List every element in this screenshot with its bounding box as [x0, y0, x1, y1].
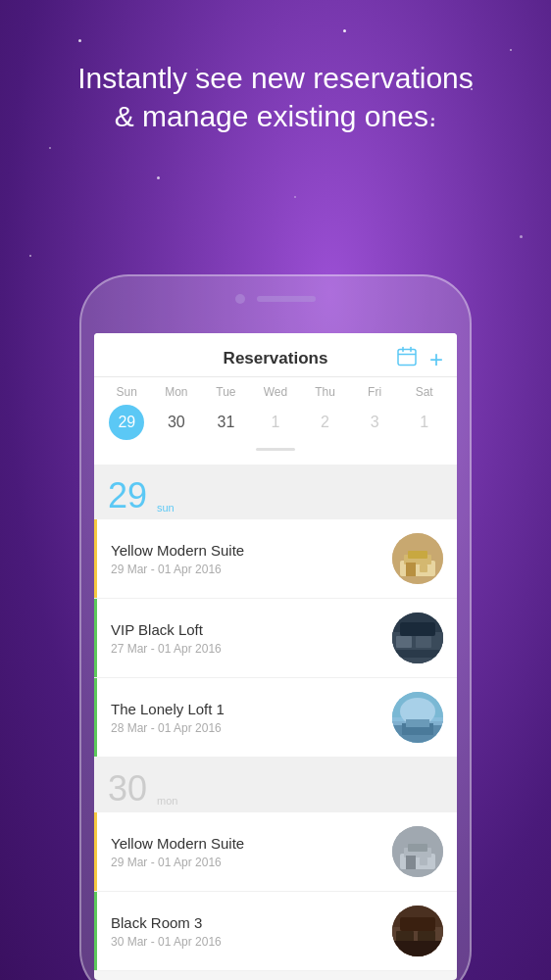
reservation-name: VIP Black Loft: [111, 621, 380, 638]
reservation-dates: 29 Mar - 01 Apr 2016: [111, 856, 380, 869]
svg-rect-8: [406, 563, 416, 576]
cal-day-thu: Thu: [306, 385, 345, 399]
calendar-strip: Sun Mon Tue Wed Thu Fri Sat 29 30 31 1 2: [94, 377, 457, 465]
phone-speaker: [257, 296, 316, 302]
date-header-29: 29 sun: [94, 465, 457, 519]
reservation-name: Black Room 3: [111, 914, 380, 931]
headline: Instantly see new reservations & manage …: [0, 59, 551, 135]
reservation-card-yellow-modern-suite-1[interactable]: Yellow Modern Suite 29 Mar - 01 Apr 2016: [94, 519, 457, 598]
reservation-info: Yellow Modern Suite 29 Mar - 01 Apr 2016: [111, 542, 380, 576]
header-icons: +: [396, 346, 443, 372]
svg-rect-9: [420, 564, 427, 572]
reservation-dates: 29 Mar - 01 Apr 2016: [111, 563, 380, 576]
date-header-30: 30 mon: [94, 758, 457, 812]
svg-rect-21: [406, 719, 429, 727]
date-label-mon: mon: [157, 795, 177, 807]
reservation-info: The Lonely Loft 1 28 Mar - 01 Apr 2016: [111, 701, 380, 735]
calendar-days-row: Sun Mon Tue Wed Thu Fri Sat: [94, 385, 457, 399]
svg-rect-26: [406, 856, 416, 869]
phone-notch: [235, 294, 316, 304]
app-header: Reservations +: [94, 333, 457, 377]
reservation-name: Yellow Modern Suite: [111, 835, 380, 852]
date-group-30: 30 mon Yellow Modern Suite 29 Mar - 01 A…: [94, 758, 457, 970]
phone-camera: [235, 294, 245, 304]
reservation-list[interactable]: 29 sun Yellow Modern Suite 29 Mar - 01 A…: [94, 465, 457, 971]
svg-rect-13: [416, 636, 431, 648]
reservation-thumbnail: [392, 533, 443, 584]
cal-day-sat: Sat: [405, 385, 444, 399]
svg-rect-25: [408, 844, 427, 852]
cal-day-tue: Tue: [206, 385, 245, 399]
cal-date-2[interactable]: 2: [306, 414, 345, 431]
reservation-card-vip-black-loft[interactable]: VIP Black Loft 27 Mar - 01 Apr 2016: [94, 599, 457, 677]
date-number-29: 29: [108, 478, 155, 514]
cal-day-sun: Sun: [107, 385, 146, 399]
reservation-thumbnail: [392, 692, 443, 743]
svg-rect-15: [400, 622, 435, 636]
cal-day-wed: Wed: [256, 385, 295, 399]
reservation-dates: 28 Mar - 01 Apr 2016: [111, 721, 380, 735]
reservation-thumbnail: [392, 826, 443, 877]
add-icon[interactable]: +: [429, 347, 443, 370]
calendar-scroll-indicator: [256, 448, 295, 451]
cal-date-31[interactable]: 31: [206, 414, 245, 431]
reservation-thumbnail: [392, 612, 443, 663]
calendar-icon[interactable]: [396, 346, 418, 372]
reservation-name: Yellow Modern Suite: [111, 542, 380, 559]
date-label-sun: sun: [157, 502, 175, 514]
reservation-thumbnail: [392, 906, 443, 956]
svg-rect-33: [400, 917, 435, 931]
date-group-29: 29 sun Yellow Modern Suite 29 Mar - 01 A…: [94, 465, 457, 757]
reservation-dates: 27 Mar - 01 Apr 2016: [111, 642, 380, 656]
svg-rect-0: [398, 350, 416, 366]
svg-rect-32: [392, 941, 443, 956]
reservation-card-yellow-modern-suite-2[interactable]: Yellow Modern Suite 29 Mar - 01 Apr 2016: [94, 812, 457, 891]
calendar-dates-row: 29 30 31 1 2 3 1: [94, 405, 457, 440]
reservation-dates: 30 Mar - 01 Apr 2016: [111, 935, 380, 949]
svg-rect-14: [396, 650, 439, 658]
reservation-info: VIP Black Loft 27 Mar - 01 Apr 2016: [111, 621, 380, 656]
header-title: Reservations: [224, 349, 328, 368]
cal-date-1a[interactable]: 1: [256, 414, 295, 431]
cal-date-1b[interactable]: 1: [405, 414, 444, 431]
reservation-card-black-room-3[interactable]: Black Room 3 30 Mar - 01 Apr 2016: [94, 892, 457, 970]
svg-rect-27: [420, 858, 427, 865]
svg-rect-7: [408, 551, 427, 559]
app-screen: Reservations + Sun Mon Tue Wed Thu Fri S…: [94, 333, 457, 980]
cal-date-30[interactable]: 30: [157, 414, 196, 431]
reservation-name: The Lonely Loft 1: [111, 701, 380, 717]
reservation-info: Yellow Modern Suite 29 Mar - 01 Apr 2016: [111, 835, 380, 869]
svg-rect-12: [396, 636, 412, 648]
cal-date-29[interactable]: 29: [107, 405, 146, 440]
cal-date-3[interactable]: 3: [355, 414, 394, 431]
reservation-info: Black Room 3 30 Mar - 01 Apr 2016: [111, 914, 380, 949]
cal-day-fri: Fri: [355, 385, 394, 399]
cal-day-mon: Mon: [157, 385, 196, 399]
date-number-30: 30: [108, 771, 155, 807]
reservation-card-lonely-loft[interactable]: The Lonely Loft 1 28 Mar - 01 Apr 2016: [94, 678, 457, 757]
